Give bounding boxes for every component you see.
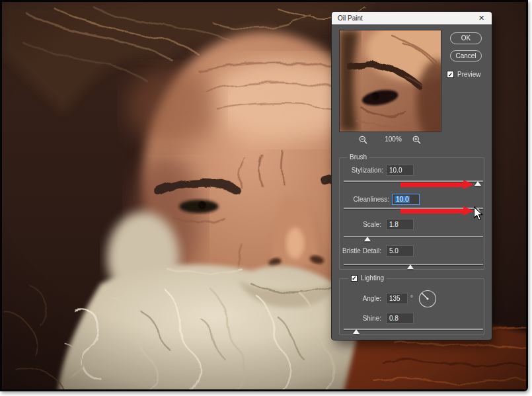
arrow-head xyxy=(463,180,474,189)
bristle-detail-slider[interactable] xyxy=(344,262,483,270)
angle-label: Angle: xyxy=(332,295,381,302)
shine-input[interactable]: 0.8 xyxy=(386,313,414,324)
ok-button[interactable]: OK xyxy=(450,32,482,44)
shine-slider[interactable] xyxy=(344,327,483,335)
degree-symbol: ° xyxy=(410,294,413,301)
screenshot-stage: Oil Paint ✕ xyxy=(0,0,532,396)
annotation-arrow-stylization xyxy=(400,180,474,190)
scale-slider-thumb[interactable] xyxy=(364,237,371,241)
lighting-label: Lighting xyxy=(361,274,384,282)
preview-eye-crop xyxy=(340,30,441,132)
cleanliness-value-selected: 10.0 xyxy=(395,196,410,203)
stylization-input[interactable]: 10.0 xyxy=(386,165,414,176)
bristle-detail-value: 5.0 xyxy=(389,247,399,255)
filter-preview-thumbnail[interactable] xyxy=(339,30,441,132)
arrow-shaft xyxy=(400,209,463,214)
slider-track[interactable] xyxy=(344,329,483,330)
preview-label: Preview xyxy=(457,71,481,78)
shine-value: 0.8 xyxy=(389,315,399,322)
shine-label: Shine: xyxy=(332,315,381,322)
oil-paint-dialog: Oil Paint ✕ xyxy=(332,12,492,340)
scale-value: 1.8 xyxy=(389,221,399,228)
lighting-checkbox[interactable]: ✓ xyxy=(351,275,358,282)
stylization-value: 10.0 xyxy=(389,167,402,174)
mouse-cursor-icon xyxy=(473,206,484,221)
preview-zoom-controls: 100% xyxy=(332,135,492,145)
zoom-level[interactable]: 100% xyxy=(378,136,408,143)
scale-slider[interactable] xyxy=(344,235,483,242)
bristle-detail-input[interactable]: 5.0 xyxy=(386,245,414,257)
lighting-group-legend: ✓ Lighting xyxy=(348,274,387,282)
scale-label: Scale: xyxy=(332,221,381,228)
preview-toggle[interactable]: ✓ Preview xyxy=(447,71,481,78)
bristle-detail-slider-thumb[interactable] xyxy=(407,264,414,269)
dialog-titlebar[interactable]: Oil Paint ✕ xyxy=(332,12,492,24)
zoom-out-icon[interactable] xyxy=(359,136,367,144)
brush-group-legend: Brush xyxy=(347,153,369,161)
shine-slider-thumb[interactable] xyxy=(353,329,360,334)
cleanliness-label: Cleanliness: xyxy=(332,196,389,203)
close-icon[interactable]: ✕ xyxy=(477,14,486,22)
angle-input[interactable]: 135 xyxy=(386,293,408,304)
angle-value: 135 xyxy=(389,295,400,302)
cleanliness-input[interactable]: 10.0 xyxy=(392,194,420,205)
preview-checkbox[interactable]: ✓ xyxy=(447,71,454,78)
bristle-detail-label: Bristle Detail: xyxy=(332,247,381,255)
arrow-head xyxy=(463,206,474,216)
dialog-title: Oil Paint xyxy=(338,15,363,22)
angle-dial[interactable] xyxy=(418,290,437,308)
stylization-slider-thumb[interactable] xyxy=(475,181,481,186)
scale-input[interactable]: 1.8 xyxy=(386,219,414,230)
cancel-button[interactable]: Cancel xyxy=(450,50,482,61)
zoom-in-icon[interactable] xyxy=(412,136,421,144)
arrow-shaft xyxy=(400,182,463,187)
annotation-arrow-cleanliness xyxy=(400,206,474,216)
stylization-label: Stylization: xyxy=(332,167,383,174)
